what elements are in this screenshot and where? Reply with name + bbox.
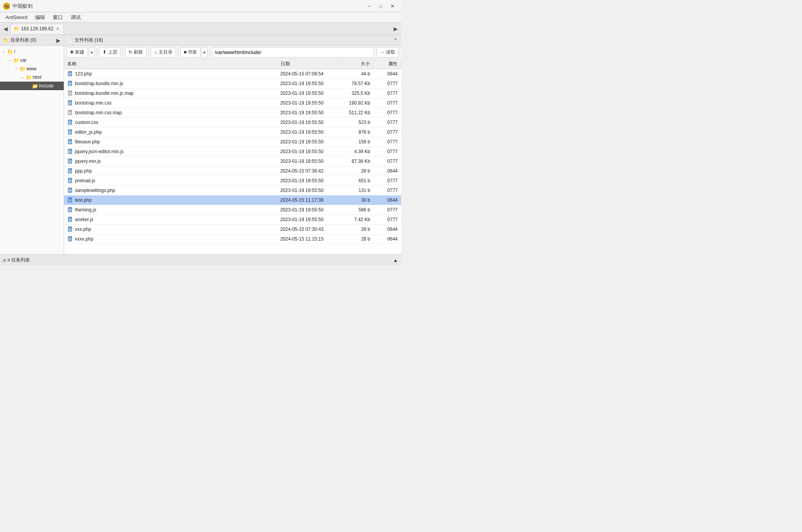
minimize-button[interactable]: − xyxy=(364,2,375,10)
file-size: 44 b xyxy=(339,69,373,79)
table-row[interactable]: bootstrap.bundle.min.js.map2023-01-19 19… xyxy=(64,89,401,98)
file-attr: 0644 xyxy=(373,69,401,79)
file-type-icon xyxy=(67,236,73,242)
col-header-date[interactable]: 日期 xyxy=(277,59,339,69)
file-name: preload.js xyxy=(75,178,95,183)
folder-icon-root: 📁 xyxy=(7,49,13,55)
file-name: samplesettings.php xyxy=(75,188,115,193)
file-list-icon: 📄 xyxy=(67,38,73,43)
directory-list-label: 目录列表 (0) xyxy=(10,37,36,44)
col-header-size[interactable]: 大小 xyxy=(339,59,373,69)
table-row[interactable]: worker.js2023-01-19 19:55:507.42 Kb0777 xyxy=(64,215,401,225)
file-name: bootstrap.min.css xyxy=(75,100,112,106)
tree-label-var: var xyxy=(20,58,27,63)
bookmark-button[interactable]: ■ 书签 xyxy=(180,47,201,58)
menu-edit[interactable]: 编辑 xyxy=(31,13,49,22)
file-date: 2023-01-19 19:55:50 xyxy=(277,89,339,98)
table-row[interactable]: theming.js2023-01-19 19:55:50586 b0777 xyxy=(64,205,401,215)
table-row[interactable]: 123.php2024-05-15 07:08:5444 b0644 xyxy=(64,69,401,79)
file-attr: 0644 xyxy=(373,225,401,234)
file-name: editor_js.php xyxy=(75,129,102,135)
right-panel-collapse[interactable]: ⌃ xyxy=(393,37,398,44)
menu-debug[interactable]: 调试 xyxy=(67,13,85,22)
table-row[interactable]: bootstrap.min.css2023-01-19 19:55:50190.… xyxy=(64,98,401,108)
new-dropdown[interactable]: ▾ xyxy=(89,47,95,58)
tab-nav-right[interactable]: ▶ xyxy=(392,24,399,33)
file-size: 4.39 Kb xyxy=(339,147,373,157)
tree-toggle-html[interactable]: − xyxy=(20,75,25,80)
close-button[interactable]: ✕ xyxy=(387,2,398,10)
toolbar: ✚ 新建 ▾ ⬆ 上层 ↻ 刷新 ⌂ 主目录 ■ 书签 ▾ xyxy=(64,46,401,59)
tree-toggle-var[interactable]: − xyxy=(8,58,12,63)
table-row[interactable]: ppp.php2024-05-15 07:36:4228 b0644 xyxy=(64,166,401,176)
scroll-up-btn[interactable]: ▲ xyxy=(393,258,398,263)
file-size: 511.22 Kb xyxy=(339,108,373,118)
menu-window[interactable]: 窗口 xyxy=(49,13,67,22)
right-panel-header: 📄 文件列表 (18) ⌃ xyxy=(64,35,401,46)
tab-item-0[interactable]: 📁 183.129.189.62 ✕ xyxy=(10,24,64,34)
tree-toggle-root[interactable]: − xyxy=(2,50,6,54)
file-type-icon xyxy=(67,226,73,232)
tree-item-var[interactable]: − 📁 var xyxy=(0,56,64,65)
sep3 xyxy=(148,49,149,56)
tab-nav-left[interactable]: ◀ xyxy=(2,24,9,33)
tree-item-root[interactable]: − 📁 / xyxy=(0,47,64,56)
tab-label: 183.129.189.62 xyxy=(21,26,53,31)
file-date: 2024-05-15 07:08:54 xyxy=(277,69,339,79)
home-button[interactable]: ⌂ 主目录 xyxy=(151,47,176,58)
tab-close-0[interactable]: ✕ xyxy=(55,26,60,31)
file-name: xxxx.php xyxy=(75,236,93,242)
tree-item-include[interactable]: 📁 include xyxy=(0,82,64,90)
table-header-row: 名称 日期 大小 属性 xyxy=(64,59,401,69)
maximize-button[interactable]: □ xyxy=(375,2,386,10)
table-row[interactable]: xxxx.php2024-05-15 11:15:1528 b0644 xyxy=(64,234,401,244)
file-size: 7.42 Kb xyxy=(339,215,373,225)
sep5 xyxy=(209,49,210,56)
file-size: 651 b xyxy=(339,176,373,186)
table-row[interactable]: filesave.php2023-01-19 19:55:50158 b0777 xyxy=(64,137,401,147)
tab-icon: 📁 xyxy=(14,26,19,31)
file-name: ppp.php xyxy=(75,168,92,174)
table-row[interactable]: custom.css2023-01-19 19:55:50523 b0777 xyxy=(64,118,401,127)
table-row[interactable]: test.php2024-05-15 11:17:3830 b0644 xyxy=(64,195,401,205)
tab-bar: ◀ 📁 183.129.189.62 ✕ ▶ xyxy=(0,23,401,35)
menu-antsword[interactable]: AntSword xyxy=(2,13,31,22)
bookmark-label: ■ 书签 xyxy=(184,49,197,56)
file-type-icon xyxy=(67,100,73,106)
go-button[interactable]: → 读取 xyxy=(377,47,399,58)
table-row[interactable]: samplesettings.php2023-01-19 19:55:50131… xyxy=(64,186,401,195)
tree-item-html[interactable]: − 📁 html xyxy=(0,73,64,82)
file-attr: 0777 xyxy=(373,176,401,186)
tree-item-www[interactable]: − 📁 www xyxy=(0,65,64,73)
file-date: 2023-01-19 19:55:50 xyxy=(277,137,339,147)
file-date: 2023-01-19 19:55:50 xyxy=(277,118,339,127)
up-button[interactable]: ⬆ 上层 xyxy=(99,47,120,58)
table-row[interactable]: bootstrap.bundle.min.js2023-01-19 19:55:… xyxy=(64,79,401,89)
table-row[interactable]: bootstrap.min.css.map2023-01-19 19:55:50… xyxy=(64,108,401,118)
tree-toggle-www[interactable]: − xyxy=(14,67,19,71)
file-type-icon xyxy=(67,197,73,203)
table-row[interactable]: editor_js.php2023-01-19 19:55:50876 b077… xyxy=(64,127,401,137)
refresh-button[interactable]: ↻ 刷新 xyxy=(125,47,146,58)
app-icon: 🐜 xyxy=(3,3,10,10)
left-panel-collapse[interactable]: ▶ xyxy=(56,37,61,44)
tree-label-html: html xyxy=(33,75,42,80)
path-input[interactable] xyxy=(212,47,374,58)
file-type-icon xyxy=(67,216,73,223)
file-type-icon xyxy=(67,158,73,164)
file-date: 2023-01-19 19:55:50 xyxy=(277,215,339,225)
title-bar: 🐜 中国蚁剑 − □ ✕ xyxy=(0,0,401,12)
file-name: theming.js xyxy=(75,207,96,213)
table-row[interactable]: jquery.json-editor.min.js2023-01-19 19:5… xyxy=(64,147,401,157)
file-name: xxx.php xyxy=(75,227,91,232)
table-row[interactable]: xxx.php2024-05-15 07:30:4328 b0644 xyxy=(64,225,401,234)
col-header-attr[interactable]: 属性 xyxy=(373,59,401,69)
file-size: 78.57 Kb xyxy=(339,79,373,89)
file-attr: 0777 xyxy=(373,127,401,137)
col-header-name[interactable]: 名称 xyxy=(64,59,277,69)
table-row[interactable]: preload.js2023-01-19 19:55:50651 b0777 xyxy=(64,176,401,186)
bookmark-dropdown[interactable]: ▾ xyxy=(201,47,207,58)
table-row[interactable]: jquery.min.js2023-01-19 19:55:5087.38 Kb… xyxy=(64,157,401,166)
file-name: jquery.json-editor.min.js xyxy=(75,149,124,154)
new-button[interactable]: ✚ 新建 xyxy=(66,47,88,58)
